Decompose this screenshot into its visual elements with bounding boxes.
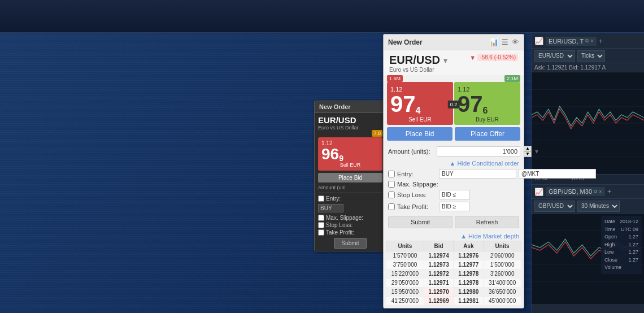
bg-buy-input[interactable] — [318, 204, 343, 212]
stop-loss-row: Stop Loss: — [384, 189, 524, 201]
ohlc-date-value: 2018-12 — [620, 218, 638, 226]
bid-cell: 1.12970 — [424, 288, 454, 297]
eurusd-chart-tab-label: EUR/USD, T — [549, 38, 584, 45]
ohlc-low-value: 1.27 — [628, 249, 638, 257]
gbpusd-chart-tab[interactable]: GBP/USD, M30 ⧉ × — [546, 187, 605, 196]
eye-icon[interactable]: 👁 — [512, 38, 519, 46]
eurusd-interval-select[interactable]: Ticks — [577, 50, 605, 62]
gbpusd-pair-select[interactable]: GBP/USD — [534, 201, 575, 212]
bg-stoploss-row: Stop Loss: — [318, 222, 382, 228]
units-cell: 15'220'000 — [386, 269, 424, 279]
order-pair-name: EUR/USD — [389, 54, 440, 67]
bg-place-bid-button[interactable]: Place Bid — [318, 173, 382, 182]
max-slippage-checkbox[interactable] — [388, 181, 395, 188]
table-row: 1'570'0001.129741.129762'060'000 — [386, 251, 521, 260]
bg-submit-button[interactable]: Submit — [334, 238, 366, 249]
units-cell: 1'500'000 — [484, 260, 521, 269]
ohlc-high-label: High — [604, 241, 615, 249]
eurusd-pair-select[interactable]: EUR/USD — [534, 50, 575, 62]
take-profit-row: Take Profit: — [384, 201, 524, 212]
table-row: 3'750'0001.129731.129771'500'000 — [386, 260, 521, 269]
bg-entry-inputs — [318, 203, 382, 214]
bid-cell: 1.12973 — [424, 260, 454, 269]
amount-down-button[interactable]: ▼ — [524, 151, 532, 157]
gbpusd-chart-header: 📈 GBP/USD, M30 ⧉ × + — [532, 184, 644, 199]
gbpusd-chart-area: Date 2018-12 Time UTC 09 Open 1.27 High … — [532, 214, 644, 304]
refresh-button[interactable]: Refresh — [455, 216, 519, 228]
stop-loss-label: Stop Loss: — [397, 192, 437, 198]
bg-entry-row: Entry: — [318, 195, 382, 202]
bid-cell: 1.12971 — [424, 279, 454, 288]
units-cell: 31'400'000 — [484, 279, 521, 288]
place-offer-button[interactable]: Place Offer — [455, 127, 520, 141]
ask-cell: 1.12978 — [454, 269, 484, 279]
units-cell: 15'950'000 — [386, 288, 424, 297]
max-slippage-row: Max. Slippage: — [384, 180, 524, 189]
hide-market-link[interactable]: ▲ Hide Market depth — [384, 232, 524, 241]
bg-slippage-row: Max. Slippage: — [318, 215, 382, 221]
hide-conditional-link[interactable]: ▲ Hide Conditional order — [384, 159, 524, 168]
market-depth-table: Units Bid Ask Units 1'570'0001.129741.12… — [386, 241, 521, 306]
eurusd-ticker-bar: Ask: 1.12921 Bid: 1.12917 A — [532, 63, 644, 72]
ticker-text: Ask: 1.12921 Bid: 1.12917 A — [534, 64, 606, 71]
ohlc-close-label: Close — [604, 257, 617, 264]
eurusd-chart-detach-icon[interactable]: ⧉ — [585, 38, 589, 44]
submit-button[interactable]: Submit — [388, 216, 452, 228]
take-profit-checkbox[interactable] — [388, 203, 395, 210]
volume-labels: 1.6M 2.1M — [384, 75, 524, 82]
bg-sell-label: Sell EUR — [321, 162, 379, 168]
add-chart-icon[interactable]: + — [599, 37, 603, 45]
buy-price-box[interactable]: 1.12 976 Buy EUR — [454, 82, 520, 125]
bg-takeprofit-checkbox[interactable] — [318, 229, 324, 236]
ohlc-date-label: Date — [604, 218, 615, 226]
col-bid: Bid — [424, 241, 454, 251]
table-row: 15'220'0001.129721.129783'260'000 — [386, 269, 521, 279]
price-row: 1.12 974 Sell EUR 0.2 1.12 976 Buy EUR — [384, 82, 524, 127]
gbpusd-chart-detach-icon[interactable]: ⧉ — [594, 189, 597, 195]
bg-window-content: EUR/USD Euro vs US Dollar 7.0 1.12 969 S… — [315, 113, 386, 251]
background-order-window: New Order EUR/USD Euro vs US Dollar 7.0 … — [314, 101, 386, 251]
sell-price-digits: 974 — [390, 93, 450, 115]
eurusd-chart-tab[interactable]: EUR/USD, T ⧉ × — [546, 37, 597, 46]
bg-takeprofit-label: Take Profit: — [326, 229, 354, 236]
entry-checkbox[interactable] — [388, 171, 395, 177]
buy-price-digits: 976 — [458, 93, 517, 115]
ohlc-volume-label: Volume — [604, 264, 621, 272]
order-title-bar: New Order 📊 ☰ 👁 — [384, 34, 524, 50]
vol-sell-label: 1.6M — [387, 75, 403, 82]
ohlc-open-label: Open — [604, 233, 617, 241]
order-title-text: New Order — [388, 38, 423, 46]
add-chart-icon2[interactable]: + — [607, 188, 611, 195]
at-mkt-input[interactable] — [519, 169, 596, 179]
buy-input[interactable] — [439, 169, 516, 179]
amount-up-button[interactable]: ▲ — [524, 146, 532, 151]
ohlc-open-value: 1.27 — [628, 233, 638, 241]
amount-input[interactable] — [437, 146, 520, 156]
gbpusd-interval-select[interactable]: 30 Minutes — [577, 201, 620, 212]
ask-cell: 1.12976 — [454, 251, 484, 260]
order-title-icons: 📊 ☰ 👁 — [489, 38, 519, 46]
ask-cell: 1.12980 — [454, 288, 484, 297]
bg-stoploss-checkbox[interactable] — [318, 222, 324, 228]
order-pair-desc: Euro vs US Dollar — [389, 67, 447, 73]
bg-window-title: New Order — [315, 101, 386, 113]
entry-label: Entry: — [397, 171, 437, 177]
stop-loss-input[interactable] — [439, 190, 470, 199]
bg-price-digits: 969 — [321, 146, 379, 162]
gbpusd-chart-close-icon[interactable]: × — [599, 189, 602, 195]
submit-row: Submit Refresh — [384, 212, 524, 232]
sell-price-box[interactable]: 1.12 974 Sell EUR — [387, 82, 453, 125]
stop-loss-checkbox[interactable] — [388, 192, 395, 198]
order-pair-dropdown-icon[interactable]: ▾ — [443, 56, 447, 65]
chart-bar-icon[interactable]: 📊 — [489, 38, 498, 46]
menu-icon[interactable]: ☰ — [502, 38, 508, 46]
amount-units-dropdown[interactable]: ▾ — [535, 147, 538, 155]
units-cell: 2'060'000 — [484, 251, 521, 260]
bg-entry-checkbox[interactable] — [318, 195, 324, 202]
eurusd-chart-close-icon[interactable]: × — [590, 38, 594, 44]
bg-slippage-checkbox[interactable] — [318, 215, 324, 221]
vol-buy-label: 2.1M — [504, 75, 520, 82]
place-bid-button[interactable]: Place Bid — [387, 127, 452, 141]
take-profit-input[interactable] — [439, 202, 470, 211]
units-cell: 3'750'000 — [386, 260, 424, 269]
